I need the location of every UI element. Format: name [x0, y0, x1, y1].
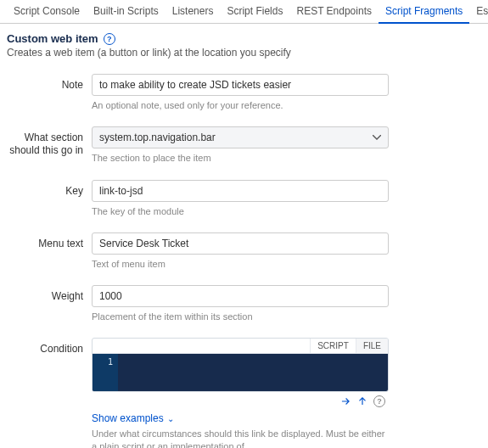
- note-input[interactable]: [92, 74, 389, 96]
- tab-listeners[interactable]: Listeners: [165, 0, 221, 23]
- help-icon[interactable]: ?: [104, 33, 115, 45]
- chevron-down-icon: ⌄: [167, 414, 174, 423]
- note-help: An optional note, used only for your ref…: [92, 99, 389, 111]
- key-input[interactable]: [92, 180, 389, 202]
- page-subtitle: Creates a web item (a button or link) at…: [7, 47, 481, 59]
- page-title: Custom web item: [7, 32, 98, 45]
- section-label: What section should this go in: [7, 126, 92, 156]
- note-label: Note: [7, 74, 92, 91]
- menu-text-label: Menu text: [7, 232, 92, 249]
- key-label: Key: [7, 180, 92, 197]
- arrow-right-icon[interactable]: [339, 395, 351, 407]
- weight-help: Placement of the item within its section: [92, 311, 389, 322]
- expand-icon[interactable]: [356, 395, 368, 407]
- tab-script-fragments[interactable]: Script Fragments: [379, 0, 469, 24]
- weight-label: Weight: [7, 285, 92, 302]
- tab-script-console[interactable]: Script Console: [7, 0, 87, 23]
- weight-input[interactable]: [92, 285, 389, 307]
- section-select[interactable]: system.top.navigation.bar: [92, 126, 389, 148]
- section-help: The section to place the item: [92, 152, 389, 164]
- menu-text-help: Text of menu item: [92, 258, 389, 270]
- condition-label: Condition: [7, 338, 92, 355]
- show-examples-link[interactable]: Show examples ⌄: [92, 412, 174, 424]
- tab-script-fields[interactable]: Script Fields: [220, 0, 289, 23]
- condition-help-icon[interactable]: ?: [373, 395, 385, 407]
- condition-tab-file[interactable]: FILE: [356, 339, 388, 353]
- code-gutter: 1: [93, 354, 118, 391]
- tab-bar: Script Console Built-in Scripts Listener…: [0, 0, 488, 24]
- condition-editor[interactable]: SCRIPT FILE 1: [92, 338, 389, 392]
- tab-built-in-scripts[interactable]: Built-in Scripts: [87, 0, 165, 23]
- menu-text-input[interactable]: [92, 232, 389, 255]
- condition-help: Under what circumstances should this lin…: [92, 428, 389, 448]
- tab-escalation-services[interactable]: Escalation Services: [469, 0, 488, 23]
- tab-rest-endpoints[interactable]: REST Endpoints: [289, 0, 379, 23]
- key-help: The key of the module: [92, 205, 389, 217]
- condition-tab-script[interactable]: SCRIPT: [310, 339, 356, 353]
